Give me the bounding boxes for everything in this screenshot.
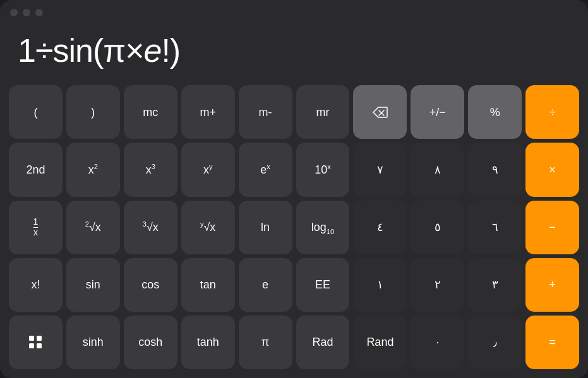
btn-e-to-x[interactable]: ex — [239, 143, 292, 196]
btn-three[interactable]: ٣ — [468, 258, 522, 312]
btn-cosh[interactable]: cosh — [124, 316, 177, 369]
svg-rect-2 — [29, 336, 34, 341]
traffic-lights — [10, 9, 43, 16]
btn-equals[interactable]: = — [525, 316, 579, 369]
row-3: x!sincostaneEE١٢٣+ — [9, 258, 579, 312]
btn-subtract[interactable]: − — [525, 201, 579, 254]
btn-cbrt[interactable]: 3√x — [124, 201, 177, 254]
btn-sin[interactable]: sin — [66, 258, 120, 312]
btn-x-cubed[interactable]: x3 — [124, 143, 177, 196]
btn-one-over-x[interactable]: 1x — [9, 201, 63, 254]
btn-rand[interactable]: Rand — [353, 316, 407, 369]
btn-divide[interactable]: ÷ — [525, 85, 579, 139]
btn-second[interactable]: 2nd — [9, 143, 63, 196]
keypad: ()mcm+m-mr+/−%÷2ndx2x3xyex10x٧٨٩×1x2√x3√… — [0, 80, 588, 378]
btn-seven[interactable]: ٧ — [353, 143, 407, 196]
btn-one[interactable]: ١ — [353, 258, 407, 312]
btn-sqrt[interactable]: 2√x — [66, 201, 120, 254]
btn-five[interactable]: ٥ — [411, 201, 464, 254]
svg-rect-5 — [37, 343, 42, 348]
row-4: sinhcoshtanhπRadRand٠٫= — [9, 316, 579, 369]
btn-x-squared[interactable]: x2 — [66, 143, 120, 196]
close-button[interactable] — [10, 9, 18, 16]
btn-nth-root[interactable]: y√x — [181, 201, 235, 254]
btn-decimal[interactable]: ٫ — [468, 316, 522, 369]
btn-mr[interactable]: mr — [296, 85, 350, 139]
btn-nine[interactable]: ٩ — [468, 143, 522, 196]
btn-add[interactable]: + — [525, 258, 579, 312]
btn-converter[interactable] — [9, 316, 63, 369]
btn-eight[interactable]: ٨ — [411, 143, 464, 196]
btn-mc[interactable]: mc — [124, 85, 177, 139]
btn-ln[interactable]: ln — [239, 201, 292, 254]
btn-multiply[interactable]: × — [525, 143, 579, 196]
btn-tanh[interactable]: tanh — [181, 316, 235, 369]
btn-six[interactable]: ٦ — [468, 201, 522, 254]
btn-backspace[interactable] — [353, 85, 407, 139]
btn-cos[interactable]: cos — [124, 258, 177, 312]
btn-pi[interactable]: π — [239, 316, 292, 369]
svg-rect-3 — [37, 336, 42, 341]
btn-rad[interactable]: Rad — [296, 316, 350, 369]
row-2: 1x2√x3√xy√xlnlog10٤٥٦− — [9, 201, 579, 254]
btn-negate[interactable]: +/− — [411, 85, 464, 139]
btn-close-paren[interactable]: ) — [66, 85, 120, 139]
btn-m-plus[interactable]: m+ — [181, 85, 235, 139]
btn-x-to-y[interactable]: xy — [181, 143, 235, 196]
btn-open-paren[interactable]: ( — [9, 85, 63, 139]
title-bar — [0, 0, 588, 25]
display-expression: 1÷sin(π×e!) — [18, 33, 570, 69]
btn-sinh[interactable]: sinh — [66, 316, 120, 369]
btn-four[interactable]: ٤ — [353, 201, 407, 254]
btn-ee[interactable]: EE — [296, 258, 350, 312]
btn-m-minus[interactable]: m- — [239, 85, 292, 139]
btn-factorial[interactable]: x! — [9, 258, 63, 312]
btn-zero[interactable]: ٠ — [411, 316, 464, 369]
row-0: ()mcm+m-mr+/−%÷ — [9, 85, 579, 139]
btn-log10[interactable]: log10 — [296, 201, 350, 254]
btn-tan[interactable]: tan — [181, 258, 235, 312]
btn-euler[interactable]: e — [239, 258, 292, 312]
btn-two[interactable]: ٢ — [411, 258, 464, 312]
minimize-button[interactable] — [23, 9, 30, 16]
svg-rect-4 — [29, 343, 34, 348]
row-1: 2ndx2x3xyex10x٧٨٩× — [9, 143, 579, 196]
btn-percent[interactable]: % — [468, 85, 522, 139]
maximize-button[interactable] — [35, 9, 43, 16]
btn-ten-to-x[interactable]: 10x — [296, 143, 350, 196]
display: 1÷sin(π×e!) — [0, 25, 588, 80]
